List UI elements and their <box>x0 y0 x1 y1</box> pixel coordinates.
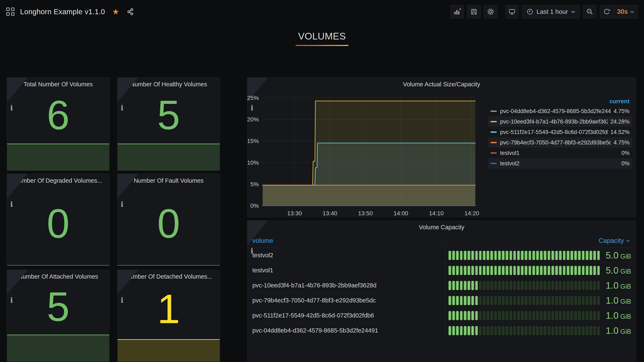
column-header-volume[interactable]: volume <box>247 237 445 245</box>
stat-panel-detached-volumes[interactable]: Number Of Detached Volumes... i 1 <box>117 270 220 362</box>
table-row[interactable]: testvol25.0 GiB <box>247 248 636 263</box>
table-panel-volume-capacity[interactable]: Volume Capacity i volume Capacity testvo… <box>247 220 636 362</box>
chevron-down-icon <box>630 10 634 13</box>
series-color-swatch <box>490 152 497 154</box>
svg-text:13:30: 13:30 <box>287 210 302 216</box>
stat-panel-fault-volumes[interactable]: Number Of Fault Volumes i 0 <box>117 174 220 266</box>
lcd-gauge <box>448 281 600 290</box>
series-current-value: 0% <box>622 150 630 156</box>
time-range-picker[interactable]: Last 1 hour <box>522 5 580 18</box>
lcd-gauge <box>448 311 600 320</box>
series-name[interactable]: pvc-79b4ecf3-7050-4d77-8bf3-e292d93be5dc <box>500 139 611 146</box>
save-dashboard-button[interactable] <box>467 5 480 18</box>
stat-panel-total-volumes[interactable]: Total Number Of Volumes i 6 <box>7 77 110 171</box>
series-color-swatch <box>490 142 497 143</box>
capacity-gauge-cell: 5.0 GiB <box>445 265 636 276</box>
capacity-gauge-cell: 5.0 GiB <box>445 250 636 261</box>
table-row[interactable]: pvc-79b4ecf3-7050-4d77-8bf3-e292d93be5dc… <box>247 293 636 308</box>
svg-text:5%: 5% <box>250 181 259 187</box>
series-name[interactable]: pvc-04dd8eb4-d362-4579-8685-5b3d2fe24491 <box>500 108 611 115</box>
lcd-gauge <box>448 296 600 305</box>
kiosk-mode-button[interactable] <box>505 5 519 18</box>
legend-rows: pvc-04dd8eb4-d362-4579-8685-5b3d2fe24491… <box>488 106 632 169</box>
volume-name-cell: pvc-10eed3f4-b7a1-4b76-893b-2bb9aef3628d <box>247 282 445 289</box>
share-icon[interactable] <box>127 8 134 15</box>
capacity-gauge-cell: 1.0 GiB <box>445 310 636 321</box>
time-series-chart[interactable]: 0%5%10%15%20%25%13:3013:4013:5014:0014:1… <box>247 91 486 217</box>
capacity-value: 1.0 GiB <box>606 310 631 321</box>
stat-value: 5 <box>157 95 180 136</box>
svg-text:13:40: 13:40 <box>323 210 337 216</box>
series-name[interactable]: pvc-511f2e17-5549-42d5-8c6d-072f3d02fdb6 <box>500 129 608 135</box>
table-row[interactable]: pvc-10eed3f4-b7a1-4b76-893b-2bb9aef3628d… <box>247 278 636 293</box>
stat-panel-degraded-volumes[interactable]: Number Of Degraded Volumes... i 0 <box>7 174 110 266</box>
plus-icon: + <box>459 8 461 11</box>
stat-value: 1 <box>157 289 180 330</box>
table-row[interactable]: pvc-511f2e17-5549-42d5-8c6d-072f3d02fdb6… <box>247 308 636 323</box>
refresh-icon <box>603 8 610 15</box>
legend-item[interactable]: pvc-79b4ecf3-7050-4d77-8bf3-e292d93be5dc… <box>488 137 632 148</box>
stat-sparkline <box>7 265 109 266</box>
stat-value: 0 <box>47 203 70 244</box>
panel-title[interactable]: Volume Actual Size/Capacity <box>247 78 636 91</box>
legend-item[interactable]: testvol10% <box>488 148 632 158</box>
capacity-value: 5.0 GiB <box>606 265 631 276</box>
stat-panel-healthy-volumes[interactable]: Number Of Healthy Volumes i 5 <box>117 77 220 171</box>
legend-current-header[interactable]: current <box>488 97 632 106</box>
refresh-interval-button[interactable]: 30s <box>614 5 638 18</box>
magnifier-minus-icon <box>586 8 594 15</box>
lcd-gauge <box>448 266 600 275</box>
volume-name-cell: pvc-511f2e17-5549-42d5-8c6d-072f3d02fdb6 <box>247 312 445 319</box>
stat-value: 6 <box>47 95 70 136</box>
refresh-interval-label: 30s <box>617 8 628 15</box>
stat-sparkline <box>118 339 220 362</box>
column-header-capacity[interactable]: Capacity <box>445 237 636 245</box>
volume-name-cell: pvc-04dd8eb4-d362-4579-8685-5b3d2fe24491 <box>247 327 445 334</box>
series-current-value: 24.28% <box>610 119 630 125</box>
add-panel-button[interactable]: + <box>450 5 464 18</box>
stat-sparkline <box>7 335 109 362</box>
capacity-gauge-cell: 1.0 GiB <box>445 325 636 336</box>
favorite-star-icon[interactable]: ★ <box>112 8 119 16</box>
dashboard-settings-button[interactable] <box>484 5 497 18</box>
legend-item[interactable]: testvol20% <box>488 158 632 169</box>
series-name[interactable]: pvc-10eed3f4-b7a1-4b76-893b-2bb9aef3628d <box>500 119 608 125</box>
lcd-gauge <box>448 251 600 260</box>
refresh-control: 30s <box>600 5 638 18</box>
legend-item[interactable]: pvc-511f2e17-5549-42d5-8c6d-072f3d02fdb6… <box>488 127 632 137</box>
svg-text:13:50: 13:50 <box>358 210 373 216</box>
table-column-divider <box>445 234 446 337</box>
capacity-table: volume Capacity testvol25.0 GiBtestvol15… <box>247 234 636 338</box>
series-color-swatch <box>490 121 497 122</box>
svg-text:0%: 0% <box>250 202 259 209</box>
dashboard-grid-icon[interactable] <box>6 7 15 16</box>
capacity-value: 1.0 GiB <box>606 325 631 336</box>
table-row[interactable]: pvc-04dd8eb4-d362-4579-8685-5b3d2fe24491… <box>247 323 636 338</box>
series-current-value: 0% <box>622 160 630 167</box>
volume-name-cell: testvol1 <box>247 267 445 274</box>
zoom-out-button[interactable] <box>583 5 596 18</box>
stat-panel-attached-volumes[interactable]: Number Of Attached Volumes i 5 <box>7 270 110 362</box>
capacity-gauge-cell: 1.0 GiB <box>445 295 636 306</box>
volume-name-cell: pvc-79b4ecf3-7050-4d77-8bf3-e292d93be5dc <box>247 297 445 304</box>
section-title: VOLUMES <box>0 30 644 42</box>
legend-item[interactable]: pvc-04dd8eb4-d362-4579-8685-5b3d2fe24491… <box>488 106 632 116</box>
svg-text:14:00: 14:00 <box>394 210 408 216</box>
capacity-value: 1.0 GiB <box>606 295 631 306</box>
table-row[interactable]: testvol15.0 GiB <box>247 263 636 278</box>
chart-panel-volume-actual-size[interactable]: Volume Actual Size/Capacity i 0%5%10%15%… <box>247 77 636 217</box>
section-header: VOLUMES <box>0 30 644 46</box>
series-name[interactable]: testvol2 <box>500 160 619 167</box>
refresh-button[interactable] <box>600 5 614 18</box>
time-range-label: Last 1 hour <box>536 8 568 15</box>
capacity-value: 5.0 GiB <box>606 250 631 261</box>
svg-text:25%: 25% <box>247 95 259 101</box>
sort-desc-icon <box>626 239 630 242</box>
capacity-value: 1.0 GiB <box>606 280 631 291</box>
legend-item[interactable]: pvc-10eed3f4-b7a1-4b76-893b-2bb9aef3628d… <box>488 116 632 127</box>
series-name[interactable]: testvol1 <box>500 150 619 156</box>
table-rows: testvol25.0 GiBtestvol15.0 GiBpvc-10eed3… <box>247 248 636 338</box>
panel-title[interactable]: Volume Capacity <box>247 220 636 234</box>
svg-text:10%: 10% <box>247 160 259 166</box>
svg-text:14:10: 14:10 <box>429 210 444 216</box>
